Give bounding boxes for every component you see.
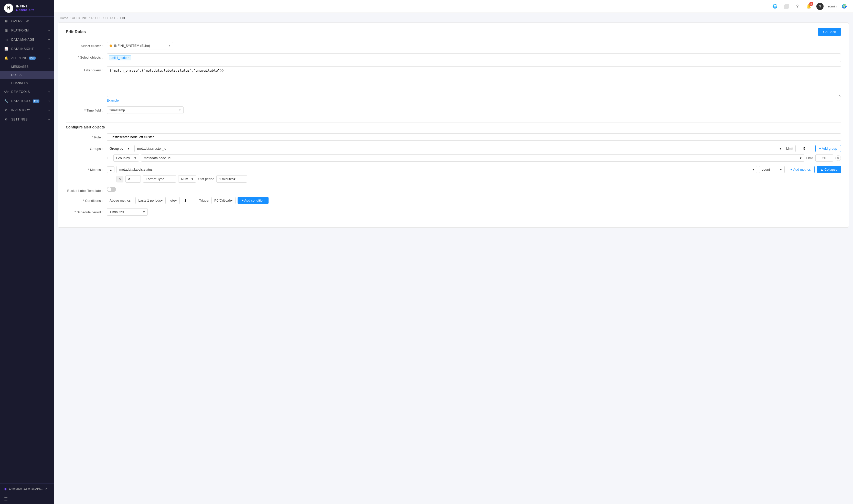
chevron-down-icon	[161, 199, 163, 202]
sidebar-item-rules[interactable]: RULES	[0, 71, 54, 79]
remove-group-button[interactable]: ✕	[835, 155, 841, 161]
chevron-down-icon: ▾	[48, 91, 50, 93]
filter-query-input[interactable]: {"match_phrase":{"metadata.labels.status…	[107, 66, 841, 97]
chevron-down-icon: ▾	[48, 109, 50, 112]
sidebar-item-channels[interactable]: CHANNELS	[0, 79, 54, 87]
sidebar-menu-button[interactable]: ☰	[0, 494, 54, 504]
breadcrumb-rules[interactable]: RULES	[91, 16, 102, 20]
sidebar-item-label: DEV TOOLS	[11, 90, 30, 94]
rule-label: * Rule :	[66, 133, 107, 139]
server-icon: ▦	[4, 29, 9, 32]
translate-icon[interactable]: 🌐	[771, 3, 779, 10]
avatar: N	[816, 3, 823, 10]
chevron-down-icon: ▾	[48, 29, 50, 32]
sidebar-item-data-manage[interactable]: ◫ DATA MANAGE ▾	[0, 35, 54, 44]
select-objects-label: * Select objects :	[66, 53, 107, 59]
breadcrumb-alerting[interactable]: ALERTING	[72, 16, 87, 20]
go-back-button[interactable]: Go Back	[818, 28, 841, 36]
conditions-row: * Conditions : Above metrics Lasts 1 per…	[66, 197, 841, 204]
settings-icon: ⚙	[4, 118, 9, 121]
page-title: Edit Rules	[66, 30, 86, 34]
sidebar-item-alerting[interactable]: 🔔 ALERTING Pro ▴	[0, 53, 54, 63]
sidebar-item-label: INVENTORY	[11, 108, 30, 112]
globe-icon[interactable]: 🌍	[841, 3, 848, 10]
limit-input-1[interactable]	[796, 145, 813, 152]
group-by-select-2[interactable]: Group by	[114, 154, 139, 162]
priority-select[interactable]: P0(Critical)	[211, 197, 235, 204]
add-metrics-button[interactable]: + Add metrics	[787, 166, 815, 173]
group-row: Group by metadata.cluster_id Limit + Add…	[107, 145, 841, 152]
add-group-button[interactable]: + Add group	[815, 145, 841, 152]
sidebar-item-platform[interactable]: ▦ PLATFORM ▾	[0, 26, 54, 35]
tag-close-icon[interactable]: ×	[127, 56, 129, 59]
sidebar-item-data-tools[interactable]: 🔧 DATA TOOLS Pro ▾	[0, 96, 54, 106]
metrics-field-select[interactable]: metadata.labels.status	[117, 166, 757, 173]
example-link[interactable]: Example	[107, 99, 119, 102]
toggle-switch[interactable]	[107, 187, 116, 192]
sidebar-item-overview[interactable]: ⊞ OVERVIEW	[0, 17, 54, 26]
sidebar-item-label: ALERTING	[11, 56, 28, 60]
time-field-select[interactable]: timestamp	[107, 106, 184, 114]
collapse-button[interactable]: ▲ Collapse	[817, 166, 841, 173]
grid-icon: ⊞	[4, 19, 9, 23]
help-icon[interactable]: ?	[794, 3, 801, 10]
limit-label-1: Limit	[786, 147, 793, 150]
section-divider	[66, 118, 841, 118]
above-metrics-select[interactable]: Above metrics	[107, 197, 133, 204]
metrics-container: metadata.labels.status count + Add metri…	[107, 166, 841, 183]
chart-icon: 📈	[4, 47, 9, 51]
notification-badge: 2	[809, 2, 813, 6]
chevron-down-icon	[234, 177, 236, 181]
metrics-sub-alias-input[interactable]	[125, 175, 141, 183]
cluster-select[interactable]: INFINI_SYSTEM (Echo)	[107, 42, 173, 49]
breadcrumb-home[interactable]: Home	[60, 16, 68, 20]
limit-input-2[interactable]	[815, 154, 833, 162]
sidebar-item-label: SETTINGS	[11, 118, 28, 121]
content-area: Home / ALERTING / RULES / DETAIL / EDIT …	[54, 13, 853, 504]
groups-container: Group by metadata.cluster_id Limit + Add…	[107, 145, 841, 162]
metrics-alias-input[interactable]	[107, 166, 115, 173]
stat-period-select[interactable]: 1 minutes	[216, 175, 247, 183]
bucket-label-label: Bucket Label Template :	[66, 187, 107, 193]
add-condition-button[interactable]: + Add condition	[238, 197, 268, 204]
metrics-main-row: metadata.labels.status count + Add metri…	[107, 166, 841, 173]
username-label: admin	[828, 4, 837, 8]
group-field-select-2[interactable]: metadata.node_id	[141, 154, 804, 162]
edit-panel: Edit Rules Go Back Select cluster : INFI…	[58, 22, 849, 228]
group-by-select-1[interactable]: Group by	[107, 145, 132, 152]
group-row-nested: L Group by metadata.node_id Limit	[107, 154, 841, 162]
bell-icon[interactable]: 🔔 2	[805, 3, 812, 10]
group-field-select-1[interactable]: metadata.cluster_id	[134, 145, 784, 152]
schedule-period-label: * Schedule period :	[66, 208, 107, 214]
sidebar-item-label: OVERVIEW	[11, 19, 29, 23]
select-objects-input[interactable]: .infini_node ×	[107, 53, 841, 62]
num-select[interactable]: Num	[178, 175, 196, 183]
cluster-status-dot	[109, 44, 112, 47]
bucket-label-toggle[interactable]	[107, 187, 841, 192]
threshold-input[interactable]	[182, 197, 197, 204]
monitor-icon[interactable]: ⬜	[783, 3, 790, 10]
operator-select[interactable]: gte	[168, 197, 180, 204]
schedule-period-select[interactable]: 1 minutes	[107, 208, 148, 216]
format-type-select[interactable]: Format Type	[143, 175, 176, 183]
rule-input[interactable]	[107, 133, 841, 141]
lasts-periods-select[interactable]: Lasts 1 periods	[135, 197, 166, 204]
metrics-agg-select[interactable]: count	[759, 166, 785, 173]
select-cluster-label: Select cluster :	[66, 42, 107, 48]
sidebar-item-messages[interactable]: MESSAGES	[0, 63, 54, 71]
trigger-label: Trigger	[199, 199, 210, 202]
chevron-down-icon	[231, 199, 233, 202]
enterprise-label[interactable]: ◆ Enterprise (1.5.0_SNAPS... >	[0, 483, 54, 494]
chevron-down-icon	[134, 156, 136, 160]
database-icon: ◫	[4, 38, 9, 41]
sidebar-item-dev-tools[interactable]: </> DEV TOOLS ▾	[0, 87, 54, 96]
conditions-container: Above metrics Lasts 1 periods gte Trigge…	[107, 197, 841, 204]
chevron-down-icon: ▾	[48, 100, 50, 103]
sidebar-item-settings[interactable]: ⚙ SETTINGS ▾	[0, 115, 54, 124]
main-content: 🌐 ⬜ ? 🔔 2 N admin 🌍 Home / ALERTING / RU…	[54, 0, 853, 504]
sidebar-item-data-insight[interactable]: 📈 DATA INSIGHT ▾	[0, 44, 54, 53]
sidebar-item-inventory[interactable]: ⟳ INVENTORY ▾	[0, 106, 54, 115]
conditions-label: * Conditions :	[66, 197, 107, 203]
breadcrumb-detail[interactable]: DETAIL	[105, 16, 116, 20]
select-objects-row: * Select objects : .infini_node ×	[66, 53, 841, 62]
